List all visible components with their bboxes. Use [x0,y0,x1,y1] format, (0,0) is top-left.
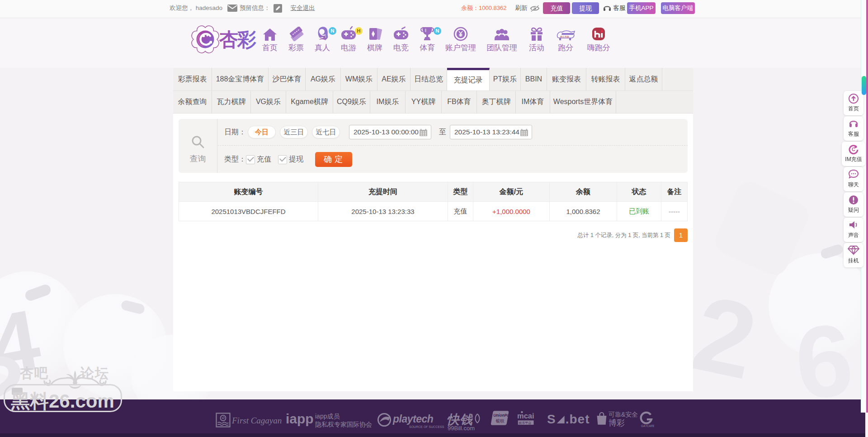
svg-text:GA?CARE: GA?CARE [641,424,654,428]
svg-text:娱乐平台: 娱乐平台 [519,421,531,425]
svg-text:mcai: mcai [517,412,534,420]
svg-text:杏彩: 杏彩 [219,29,256,50]
svg-text:C: C [852,147,855,152]
svg-text:银联: 银联 [495,418,505,423]
svg-text:UnionPay: UnionPay [493,413,512,418]
svg-text:跑分无敌: 跑分无敌 [560,35,569,38]
